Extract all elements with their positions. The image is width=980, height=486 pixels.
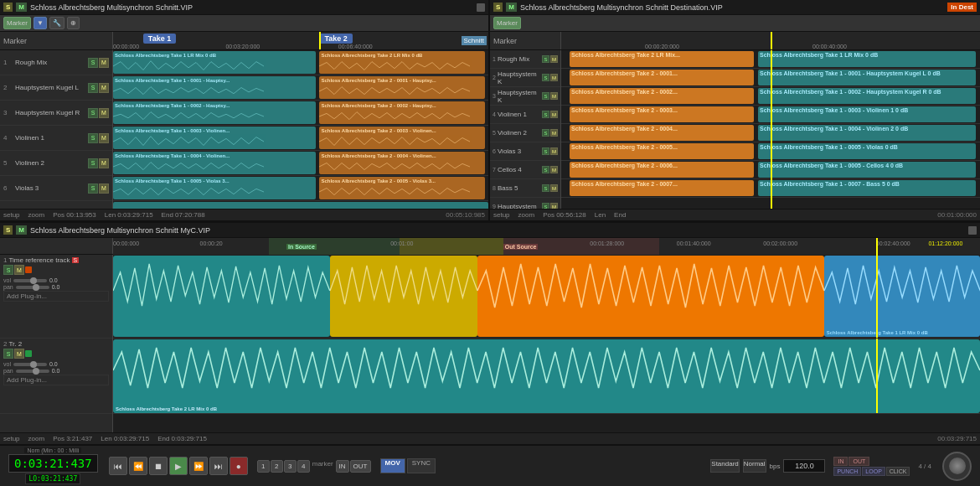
sync-btn[interactable]: SYNC xyxy=(407,458,436,473)
play-btn[interactable]: ▶ xyxy=(169,457,188,475)
marker-2[interactable]: 2 xyxy=(271,460,283,473)
r-m-5[interactable]: M xyxy=(550,129,558,137)
clip-t1-1[interactable]: Schloss Albrechtsberg Take 1 LR Mix 0 dB xyxy=(113,51,316,74)
standard-select[interactable]: Standard xyxy=(710,459,739,473)
forward-btn[interactable]: ⏩ xyxy=(189,457,208,475)
bottom-setup-btn[interactable]: setup xyxy=(3,435,20,442)
r-m-9[interactable]: M xyxy=(550,203,558,209)
m-btn-2[interactable]: M xyxy=(99,83,109,93)
right-clip-8b[interactable]: Schloss Albrechtsberg Take 1 - 0007 - Ba… xyxy=(758,180,976,196)
r-m-3[interactable]: M xyxy=(550,92,558,100)
m-btn-1[interactable]: M xyxy=(99,58,109,68)
r-s-2[interactable]: S xyxy=(542,74,549,81)
r-m-6[interactable]: M xyxy=(550,147,558,155)
clip-t7-1[interactable] xyxy=(113,202,488,209)
r-s-9[interactable]: S xyxy=(542,203,549,209)
punch-out-btn[interactable]: OUT xyxy=(848,457,869,466)
in-btn[interactable]: IN xyxy=(336,460,349,473)
clip-t6-2[interactable]: Schloss Albrechtsberg Take 2 - 0005 - Vi… xyxy=(319,177,484,199)
r-m-7[interactable]: M xyxy=(550,166,558,173)
clip-t5-1[interactable]: Schloss Albrechtsberg Take 1 - 0004 - Vi… xyxy=(113,152,316,174)
s-btn-2[interactable]: S xyxy=(88,83,98,93)
pan-slider-1[interactable] xyxy=(16,286,49,289)
vol-slider-1[interactable] xyxy=(13,279,47,282)
normal-select[interactable]: Normal xyxy=(743,459,766,473)
marker-1[interactable]: 1 xyxy=(257,460,270,473)
r-s-1[interactable]: S xyxy=(542,55,549,63)
pan-slider-2[interactable] xyxy=(16,370,49,373)
clip-t4-1[interactable]: Schloss Albrechtsberg Take 1 - 0003 - Vi… xyxy=(113,127,316,149)
right-clip-8a[interactable]: Schloss Albrechtsberg Take 2 - 0007... xyxy=(570,180,754,196)
r-s-3[interactable]: S xyxy=(542,92,549,100)
right-clip-6a[interactable]: Schloss Albrechtsberg Take 2 - 0005... xyxy=(570,143,754,159)
click-btn[interactable]: CLICK xyxy=(886,467,910,476)
toolbar-btn-marker[interactable]: Marker xyxy=(3,17,31,29)
toolbar-btn-zoom[interactable]: ⊕ xyxy=(67,17,80,29)
vol-slider-2[interactable] xyxy=(13,363,47,366)
clip-t2-2[interactable]: Schloss Albrechtsberg Take 2 - 0001 - Ha… xyxy=(319,76,484,99)
r-s-4[interactable]: S xyxy=(542,111,549,118)
clip-t3-2[interactable]: Schloss Albrechtsberg Take 2 - 0002 - Ha… xyxy=(319,101,484,124)
left-top-close[interactable] xyxy=(477,3,485,12)
toolbar-btn-take1[interactable]: ▼ xyxy=(34,17,47,29)
clip-t2-1[interactable]: Schloss Albrechtsberg Take 1 - 0001 - Ha… xyxy=(113,76,316,99)
loop-btn[interactable]: LOOP xyxy=(862,467,885,476)
add-plugin-2[interactable]: Add Plug-in... xyxy=(3,375,109,385)
right-clip-6b[interactable]: Schloss Albrechtsberg Take 1 - 0005 - Vi… xyxy=(758,143,976,159)
m-btn-4[interactable]: M xyxy=(99,133,109,143)
record-btn[interactable]: ● xyxy=(230,457,248,475)
b-m-1[interactable]: M xyxy=(14,265,24,275)
right-clip-5b[interactable]: Schloss Albrechtsberg Take 1 - 0004 - Vi… xyxy=(758,125,976,141)
to-start-btn[interactable]: ⏮ xyxy=(109,457,127,475)
r-m-4[interactable]: M xyxy=(550,111,558,118)
large-clip-teal-2[interactable]: Schloss Albrechtsberg Take 2 LR Mix 0 dB xyxy=(113,339,980,413)
clip-t1-2[interactable]: Schloss Albrechtsberg Take 2 LR Mix 0 dB xyxy=(319,51,484,74)
r-m-8[interactable]: M xyxy=(550,184,558,192)
right-clip-2b[interactable]: Schloss Albrechtsberg Take 1 - 0001 - Ha… xyxy=(758,70,976,85)
b-s-1[interactable]: S xyxy=(3,265,13,275)
right-clip-2a[interactable]: Schloss Albrechtsberg Take 2 - 0001... xyxy=(570,70,754,85)
right-clip-7b[interactable]: Schloss Albrechtsberg Take 1 - 0005 - Ce… xyxy=(758,162,976,178)
s-btn-4[interactable]: S xyxy=(88,133,98,143)
clip-t3-1[interactable]: Schloss Albrechtsberg Take 1 - 0002 - Ha… xyxy=(113,101,316,124)
b-m-2[interactable]: M xyxy=(14,349,24,359)
clip-t6-1[interactable]: Schloss Albrechtsberg Take 1 - 0005 - Vi… xyxy=(113,177,316,199)
r-s-5[interactable]: S xyxy=(542,129,549,137)
r-m-2[interactable]: M xyxy=(550,74,558,81)
bottom-close[interactable] xyxy=(968,226,977,235)
m-btn-6[interactable]: M xyxy=(99,184,109,194)
b-s-2[interactable]: S xyxy=(3,349,13,359)
punch-in-btn[interactable]: IN xyxy=(833,457,848,466)
m-btn-3[interactable]: M xyxy=(99,108,109,118)
r-s-7[interactable]: S xyxy=(542,166,549,173)
right-toolbar-marker[interactable]: Marker xyxy=(493,17,521,29)
clip-t5-2[interactable]: Schloss Albrechtsberg Take 2 - 0004 - Vi… xyxy=(319,152,484,174)
toolbar-btn-tools[interactable]: 🔧 xyxy=(49,17,64,29)
right-setup-btn[interactable]: setup xyxy=(493,211,510,219)
right-clip-1a[interactable]: Schloss Albrechtsberg Take 2 LR Mix... xyxy=(570,51,754,67)
left-setup-btn[interactable]: setup xyxy=(3,211,20,219)
right-clip-4b[interactable]: Schloss Albrechtsberg Take 1 - 0003 - Vi… xyxy=(758,106,976,122)
s-btn-6[interactable]: S xyxy=(88,184,98,194)
mov-btn[interactable]: MOV xyxy=(380,458,405,473)
large-clip-blue[interactable]: Schloss Albrechtsberg Take 1 LR Mix 0 dB xyxy=(824,256,980,337)
tempo-display[interactable]: 120.0 xyxy=(783,459,825,473)
marker-3[interactable]: 3 xyxy=(284,460,297,473)
right-clip-3a[interactable]: Schloss Albrechtsberg Take 2 - 0002... xyxy=(570,88,754,104)
right-clip-3b[interactable]: Schloss Albrechtsberg Take 1 - 0002 - Ha… xyxy=(758,88,976,104)
marker-4[interactable]: 4 xyxy=(297,460,310,473)
add-plugin-1[interactable]: Add Plug-in... xyxy=(3,291,109,302)
clip-t4-2[interactable]: Schloss Albrechtsberg Take 2 - 0003 - Vi… xyxy=(319,127,484,149)
s-btn-3[interactable]: S xyxy=(88,108,98,118)
out-btn[interactable]: OUT xyxy=(350,460,371,473)
large-clip-orange[interactable] xyxy=(477,256,824,337)
right-clip-7a[interactable]: Schloss Albrechtsberg Take 2 - 0006... xyxy=(570,162,754,178)
s-btn-1[interactable]: S xyxy=(88,58,98,68)
to-end-btn[interactable]: ⏭ xyxy=(209,457,228,475)
m-btn-5[interactable]: M xyxy=(99,158,109,168)
right-clip-1b[interactable]: Schloss Albrechtsberg Take 1 LR Mix 0 dB xyxy=(758,51,976,67)
large-clip-yellow[interactable] xyxy=(330,256,477,337)
s-btn-5[interactable]: S xyxy=(88,158,98,168)
r-s-6[interactable]: S xyxy=(542,147,549,155)
rewind-btn[interactable]: ⏪ xyxy=(129,457,147,475)
